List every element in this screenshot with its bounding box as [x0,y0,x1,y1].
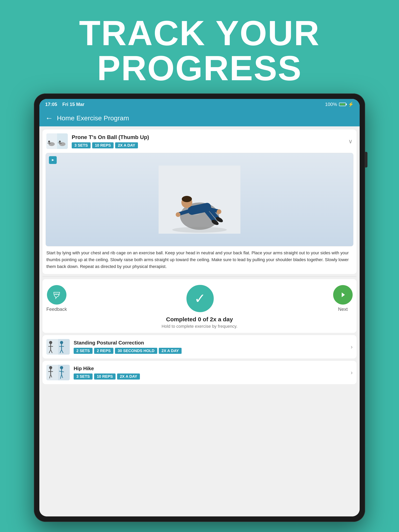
battery-fill [340,103,345,105]
tablet-wrapper: 17:05 Fri 15 Mar 100% ⚡ ← Home Exercise … [34,94,365,522]
feedback-button[interactable]: Feedback [46,285,67,312]
feedback-circle[interactable] [47,285,66,304]
list-chevron-1: › [351,343,353,350]
exercise-thumbnail [46,133,68,149]
list-tags-1: 2 SETS 2 REPS 30 SECONDS HOLD 2X A DAY [74,348,347,354]
list-item-1[interactable]: Standing Postural Correction 2 SETS 2 RE… [42,335,357,359]
status-right: 100% ⚡ [325,102,354,107]
next-icon [339,291,347,299]
battery-percent: 100% [325,102,337,107]
svg-point-2 [49,142,55,146]
list-tag-2-sets: 3 SETS [74,374,93,380]
exercise-header: Prone T's On Ball (Thumb Up) 3 SETS 10 R… [42,129,357,153]
back-button[interactable]: ← [45,114,53,122]
list-tag-1-reps: 2 REPS [94,348,113,354]
svg-rect-43 [58,365,70,380]
active-exercise-card: Prone T's On Ball (Thumb Up) 3 SETS 10 R… [42,129,357,274]
separator [42,276,357,277]
svg-point-20 [176,212,180,217]
next-button[interactable]: Next [333,285,353,312]
list-tag-1-sets: 2 SETS [74,348,93,354]
svg-point-27 [55,294,56,295]
list-tag-2-freq: 2X A DAY [117,374,140,380]
complete-button[interactable]: ✓ [187,285,214,312]
charging-icon: ⚡ [348,102,354,107]
list-thumb-svg-1 [46,339,70,355]
svg-point-7 [59,141,61,143]
svg-point-3 [48,141,50,143]
app-navbar: ← Home Exercise Program [39,110,360,126]
list-tag-2-reps: 10 REPS [94,374,116,380]
svg-rect-42 [46,365,58,380]
svg-rect-0 [46,133,57,149]
feedback-icon [51,290,62,300]
exercise-tags: 3 SETS 10 REPS 2X A DAY [72,142,344,148]
status-time: 17:05 Fri 15 Mar [45,102,84,107]
video-area[interactable] [45,153,354,246]
tag-sets: 3 SETS [72,142,90,148]
svg-point-28 [56,294,57,295]
list-tag-1-hold: 30 SECONDS HOLD [115,348,157,354]
list-thumb-2 [46,365,70,380]
list-thumb-1 [46,339,70,355]
list-name-1: Standing Postural Correction [74,340,347,346]
svg-rect-31 [58,339,70,355]
svg-point-29 [58,294,59,295]
exercise-name: Prone T's On Ball (Thumb Up) [72,134,344,140]
exercise-animation-svg [159,165,240,234]
tablet-screen: 17:05 Fri 15 Mar 100% ⚡ ← Home Exercise … [39,99,360,516]
exercise-chevron[interactable]: ∨ [348,138,353,145]
svg-point-37 [60,341,63,344]
list-tag-1-freq: 2X A DAY [159,348,182,354]
list-tags-2: 3 SETS 10 REPS 2X A DAY [74,374,347,380]
tag-reps: 10 REPS [92,142,114,148]
svg-point-16 [182,196,192,202]
exercise-info: Prone T's On Ball (Thumb Up) 3 SETS 10 R… [72,134,344,148]
video-bg [46,153,353,246]
completed-main: Completed 0 of 2x a day [46,316,353,323]
list-chevron-2: › [351,369,353,376]
exercise-description: Start by lying with your chest and rib c… [42,249,357,274]
next-circle[interactable] [333,285,353,304]
content-area[interactable]: Prone T's On Ball (Thumb Up) 3 SETS 10 R… [39,126,360,516]
svg-point-32 [49,341,52,344]
list-info-2: Hip Hike 3 SETS 10 REPS 2X A DAY [74,366,347,380]
svg-rect-30 [46,339,58,355]
feedback-label: Feedback [46,306,67,312]
tag-frequency: 2X A DAY [115,142,138,148]
list-thumb-svg-2 [46,365,70,380]
svg-point-18 [217,209,221,214]
action-buttons: Feedback ✓ [46,285,353,312]
completed-sub: Hold to complete exercise by frequency. [46,324,353,329]
status-bar: 17:05 Fri 15 Mar 100% ⚡ [39,99,360,110]
video-logo [49,156,57,164]
next-label: Next [338,306,348,312]
list-name-2: Hip Hike [74,366,347,372]
check-icon: ✓ [194,292,206,305]
action-area: Feedback ✓ [42,279,357,333]
svg-point-44 [49,366,52,369]
battery-icon [339,103,346,106]
completed-text-area: Completed 0 of 2x a day Hold to complete… [46,316,353,329]
list-info-1: Standing Postural Correction 2 SETS 2 RE… [74,340,347,354]
svg-rect-1 [57,133,68,149]
list-item-2[interactable]: Hip Hike 3 SETS 10 REPS 2X A DAY › [42,361,357,384]
svg-point-6 [59,142,65,146]
exercise-thumb-svg [46,133,68,149]
main-title: TRACK YOUR PROGRESS [19,16,380,86]
svg-point-49 [60,366,63,369]
tablet-outer: 17:05 Fri 15 Mar 100% ⚡ ← Home Exercise … [34,94,365,522]
navbar-title: Home Exercise Program [57,114,129,122]
